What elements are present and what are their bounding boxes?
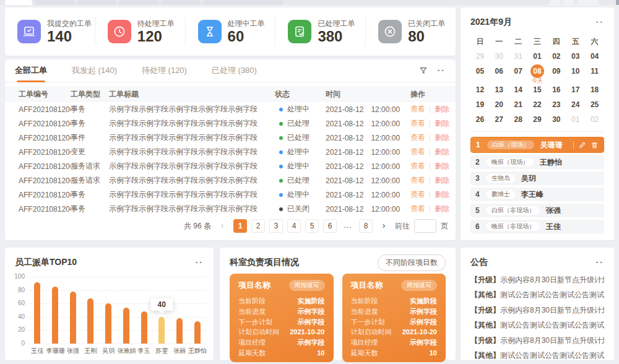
- calendar-day[interactable]: 24: [566, 98, 585, 111]
- calendar-day[interactable]: 17: [566, 83, 585, 97]
- delete-link[interactable]: 删除: [435, 119, 449, 128]
- calendar-day[interactable]: 03: [566, 50, 585, 63]
- announcement-item[interactable]: 【升级】示例内容8月30日新节点升级计划通知: [470, 272, 604, 287]
- calendar-day[interactable]: 20: [490, 98, 509, 111]
- chart-bar[interactable]: [70, 292, 76, 344]
- stat-card[interactable]: 处理中工单60: [185, 17, 275, 46]
- view-link[interactable]: 查看: [410, 133, 425, 142]
- browser-tab[interactable]: [550, 0, 561, 5]
- browser-tab[interactable]: [203, 0, 284, 5]
- tab-orders-1[interactable]: 我发起 (140): [72, 59, 117, 82]
- calendar-day[interactable]: 31: [509, 50, 528, 63]
- weekly-report-badge[interactable]: 周报填写: [401, 280, 437, 291]
- calendar-day[interactable]: 04: [585, 50, 604, 63]
- announcement-item[interactable]: 【其他】测试公告测试公告测试公告测试公告测试公告: [470, 318, 604, 332]
- calendar-day[interactable]: 30: [490, 50, 509, 63]
- chart-bar[interactable]: [52, 287, 58, 344]
- announcement-item[interactable]: 【其他】测试公告测试公告测试公告测试公告测试公告: [470, 287, 604, 302]
- view-link[interactable]: 查看: [410, 162, 425, 170]
- stat-card[interactable]: 已关闭工单80: [365, 17, 456, 46]
- chart-bar[interactable]: [194, 321, 201, 344]
- delete-link[interactable]: 删除: [435, 133, 449, 142]
- more-icon[interactable]: [438, 67, 446, 74]
- delete-link[interactable]: 删除: [435, 190, 449, 199]
- calendar-day[interactable]: 16: [547, 83, 566, 97]
- calendar-day[interactable]: 22: [528, 98, 547, 111]
- roster-item[interactable]: 1白班（现场）吴珊珊: [470, 137, 604, 153]
- announcement-item[interactable]: 【升级】示例内容8月30日新节点升级计划通知: [470, 333, 604, 348]
- calendar-day[interactable]: 19: [470, 98, 490, 111]
- calendar-day[interactable]: 10: [566, 64, 585, 78]
- more-icon[interactable]: [596, 259, 604, 266]
- browser-tab[interactable]: [577, 0, 599, 5]
- calendar-day[interactable]: 13: [490, 83, 509, 97]
- trash-icon[interactable]: [591, 141, 599, 149]
- stage-count-button[interactable]: 不同阶段项目数: [378, 254, 446, 271]
- calendar-day[interactable]: 28: [509, 113, 528, 126]
- next-page-icon[interactable]: ›: [377, 219, 391, 233]
- browser-tab[interactable]: [563, 0, 574, 5]
- calendar-day[interactable]: 29: [528, 113, 547, 126]
- roster-item[interactable]: 4鹏博士李王峰: [470, 188, 604, 201]
- page-button[interactable]: 4: [287, 219, 301, 233]
- chart-bar[interactable]: [141, 311, 147, 344]
- filter-icon[interactable]: [419, 66, 428, 75]
- browser-tab-active[interactable]: [5, 0, 32, 5]
- calendar-day[interactable]: 30: [547, 113, 566, 126]
- calendar-day-today[interactable]: 08今天: [528, 64, 547, 78]
- calendar-day[interactable]: 23: [547, 98, 566, 111]
- calendar-day[interactable]: 06: [490, 64, 509, 78]
- calendar-day[interactable]: 27: [490, 113, 509, 126]
- chart-bar[interactable]: [158, 317, 165, 344]
- announcement-item[interactable]: 【其他】测试公告测试公告测试公告测试公告测试公告: [470, 348, 604, 360]
- calendar-day[interactable]: 15: [528, 83, 547, 97]
- page-button[interactable]: 8: [359, 219, 373, 233]
- calendar-day[interactable]: 14: [509, 83, 528, 97]
- chart-bar[interactable]: [87, 298, 93, 344]
- weekly-report-badge[interactable]: 周报填写: [289, 280, 325, 291]
- view-link[interactable]: 查看: [410, 119, 425, 128]
- calendar-day[interactable]: 26: [470, 113, 490, 126]
- page-button[interactable]: 6: [323, 219, 337, 233]
- page-button[interactable]: 2: [251, 219, 265, 233]
- calendar-day[interactable]: 05: [470, 64, 490, 78]
- calendar-day[interactable]: 01: [528, 50, 547, 63]
- calendar-day[interactable]: 21: [509, 98, 528, 111]
- chart-bar[interactable]: [176, 318, 183, 344]
- view-link[interactable]: 查看: [410, 190, 425, 199]
- delete-link[interactable]: 删除: [435, 204, 449, 213]
- delete-link[interactable]: 删除: [435, 105, 449, 113]
- roster-item[interactable]: 2晚班（现场）王静怡: [470, 155, 604, 169]
- tab-orders-2[interactable]: 待处理 (120): [142, 59, 187, 82]
- calendar-day[interactable]: 02: [547, 50, 566, 63]
- page-button[interactable]: 1: [233, 219, 247, 233]
- calendar-day[interactable]: 12: [470, 83, 490, 97]
- browser-tab[interactable]: [119, 0, 158, 5]
- view-link[interactable]: 查看: [410, 105, 425, 113]
- calendar-day[interactable]: 18: [585, 83, 604, 97]
- more-icon[interactable]: [196, 259, 204, 266]
- page-input[interactable]: [414, 219, 436, 233]
- view-link[interactable]: 查看: [410, 147, 425, 156]
- chart-bar[interactable]: [34, 282, 40, 344]
- calendar-day[interactable]: 11: [585, 64, 604, 78]
- roster-item[interactable]: 6晚班（非现场）王佳: [470, 220, 604, 233]
- more-icon[interactable]: [596, 19, 604, 25]
- calendar-day[interactable]: 02: [585, 113, 604, 126]
- calendar-day[interactable]: 09: [547, 64, 566, 78]
- stat-card[interactable]: 已处理工单380: [275, 17, 365, 46]
- tab-all-orders[interactable]: 全部工单: [15, 59, 47, 82]
- stat-card[interactable]: 待处理工单120: [95, 17, 185, 46]
- browser-tab[interactable]: [161, 0, 201, 5]
- view-link[interactable]: 查看: [410, 176, 425, 184]
- tab-orders-3[interactable]: 已处理 (380): [212, 59, 257, 82]
- view-link[interactable]: 查看: [410, 204, 425, 213]
- page-button[interactable]: 5: [305, 219, 319, 233]
- page-button[interactable]: 3: [269, 219, 283, 233]
- roster-item[interactable]: 3生物岛吴玥: [470, 171, 604, 185]
- calendar-day[interactable]: 07: [509, 64, 528, 78]
- chart-bar[interactable]: [123, 308, 129, 344]
- calendar-day[interactable]: 29: [470, 50, 490, 63]
- browser-tab[interactable]: [77, 0, 116, 5]
- prev-page-icon[interactable]: ‹: [215, 219, 229, 233]
